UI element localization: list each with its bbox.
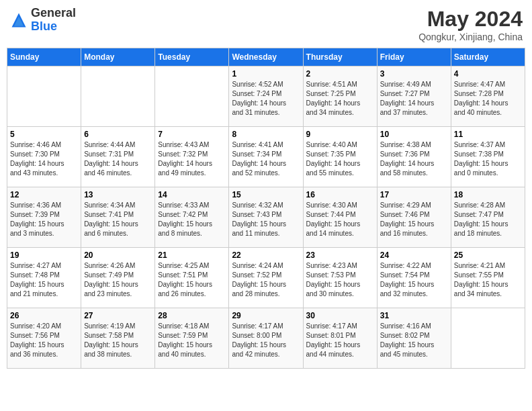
day-info: Sunrise: 4:44 AM Sunset: 7:31 PM Dayligh… [84,140,152,178]
calendar-cell: 28Sunrise: 4:18 AM Sunset: 7:59 PM Dayli… [155,308,229,369]
day-number: 12 [10,190,78,199]
calendar-cell: 6Sunrise: 4:44 AM Sunset: 7:31 PM Daylig… [81,127,155,187]
calendar-cell: 12Sunrise: 4:36 AM Sunset: 7:39 PM Dayli… [7,187,81,248]
day-number: 11 [454,130,522,139]
calendar-cell: 4Sunrise: 4:47 AM Sunset: 7:28 PM Daylig… [451,66,525,127]
day-info: Sunrise: 4:30 AM Sunset: 7:44 PM Dayligh… [306,201,374,238]
calendar-week-row: 5Sunrise: 4:46 AM Sunset: 7:30 PM Daylig… [7,127,525,187]
day-info: Sunrise: 4:52 AM Sunset: 7:24 PM Dayligh… [232,80,300,118]
calendar-week-row: 1Sunrise: 4:52 AM Sunset: 7:24 PM Daylig… [7,66,525,127]
calendar-cell: 26Sunrise: 4:20 AM Sunset: 7:56 PM Dayli… [7,308,81,369]
calendar-cell [155,66,229,127]
calendar-cell: 8Sunrise: 4:41 AM Sunset: 7:34 PM Daylig… [229,127,303,187]
calendar-week-row: 19Sunrise: 4:27 AM Sunset: 7:48 PM Dayli… [7,248,525,308]
day-info: Sunrise: 4:19 AM Sunset: 7:58 PM Dayligh… [84,322,152,359]
day-number: 15 [232,190,300,199]
weekday-header-monday: Monday [81,48,155,66]
calendar-cell: 21Sunrise: 4:25 AM Sunset: 7:51 PM Dayli… [155,248,229,308]
day-number: 10 [380,130,448,139]
day-number: 25 [454,250,522,260]
calendar-cell [7,66,81,127]
calendar-cell [451,308,525,369]
day-info: Sunrise: 4:37 AM Sunset: 7:38 PM Dayligh… [454,140,522,178]
logo-icon [9,11,28,30]
calendar-cell: 18Sunrise: 4:28 AM Sunset: 7:47 PM Dayli… [451,187,525,248]
day-number: 5 [10,130,78,139]
day-number: 9 [306,130,374,139]
calendar-cell [81,66,155,127]
calendar-week-row: 26Sunrise: 4:20 AM Sunset: 7:56 PM Dayli… [7,308,525,369]
day-info: Sunrise: 4:28 AM Sunset: 7:47 PM Dayligh… [454,201,522,238]
day-info: Sunrise: 4:51 AM Sunset: 7:25 PM Dayligh… [306,80,374,118]
month-year-title: May 2024 [418,7,523,32]
day-number: 26 [10,311,78,320]
day-info: Sunrise: 4:21 AM Sunset: 7:55 PM Dayligh… [454,261,522,299]
calendar-cell: 3Sunrise: 4:49 AM Sunset: 7:27 PM Daylig… [377,66,451,127]
day-info: Sunrise: 4:24 AM Sunset: 7:52 PM Dayligh… [232,261,300,299]
day-info: Sunrise: 4:47 AM Sunset: 7:28 PM Dayligh… [454,80,522,118]
day-number: 3 [380,69,448,79]
day-info: Sunrise: 4:25 AM Sunset: 7:51 PM Dayligh… [158,261,226,299]
weekday-header-thursday: Thursday [303,48,377,66]
weekday-header-wednesday: Wednesday [229,48,303,66]
page-header: General Blue May 2024 Qongkur, Xinjiang,… [7,7,525,42]
day-number: 16 [306,190,374,199]
day-info: Sunrise: 4:22 AM Sunset: 7:54 PM Dayligh… [380,261,448,299]
calendar-cell: 22Sunrise: 4:24 AM Sunset: 7:52 PM Dayli… [229,248,303,308]
day-number: 23 [306,250,374,260]
calendar-cell: 15Sunrise: 4:32 AM Sunset: 7:43 PM Dayli… [229,187,303,248]
day-info: Sunrise: 4:17 AM Sunset: 8:00 PM Dayligh… [232,322,300,359]
calendar-cell: 7Sunrise: 4:43 AM Sunset: 7:32 PM Daylig… [155,127,229,187]
logo-blue-text: Blue [31,19,57,33]
day-number: 27 [84,311,152,320]
day-number: 13 [84,190,152,199]
title-block: May 2024 Qongkur, Xinjiang, China [418,7,523,42]
logo-general-text: General [31,6,76,19]
weekday-header-friday: Friday [377,48,451,66]
day-number: 29 [232,311,300,320]
day-info: Sunrise: 4:18 AM Sunset: 7:59 PM Dayligh… [158,322,226,359]
calendar-week-row: 12Sunrise: 4:36 AM Sunset: 7:39 PM Dayli… [7,187,525,248]
calendar-cell: 23Sunrise: 4:23 AM Sunset: 7:53 PM Dayli… [303,248,377,308]
calendar-cell: 31Sunrise: 4:16 AM Sunset: 8:02 PM Dayli… [377,308,451,369]
day-info: Sunrise: 4:27 AM Sunset: 7:48 PM Dayligh… [10,261,78,299]
calendar-cell: 2Sunrise: 4:51 AM Sunset: 7:25 PM Daylig… [303,66,377,127]
day-info: Sunrise: 4:49 AM Sunset: 7:27 PM Dayligh… [380,80,448,118]
day-info: Sunrise: 4:43 AM Sunset: 7:32 PM Dayligh… [158,140,226,178]
day-number: 19 [10,250,78,260]
calendar-cell: 14Sunrise: 4:33 AM Sunset: 7:42 PM Dayli… [155,187,229,248]
calendar-cell: 1Sunrise: 4:52 AM Sunset: 7:24 PM Daylig… [229,66,303,127]
day-info: Sunrise: 4:36 AM Sunset: 7:39 PM Dayligh… [10,201,78,238]
day-number: 30 [306,311,374,320]
weekday-header-tuesday: Tuesday [155,48,229,66]
weekday-header-sunday: Sunday [7,48,81,66]
day-info: Sunrise: 4:38 AM Sunset: 7:36 PM Dayligh… [380,140,448,178]
calendar-cell: 10Sunrise: 4:38 AM Sunset: 7:36 PM Dayli… [377,127,451,187]
day-info: Sunrise: 4:46 AM Sunset: 7:30 PM Dayligh… [10,140,78,178]
day-number: 8 [232,130,300,139]
calendar-cell: 9Sunrise: 4:40 AM Sunset: 7:35 PM Daylig… [303,127,377,187]
day-info: Sunrise: 4:32 AM Sunset: 7:43 PM Dayligh… [232,201,300,238]
day-number: 2 [306,69,374,79]
calendar-cell: 5Sunrise: 4:46 AM Sunset: 7:30 PM Daylig… [7,127,81,187]
logo-text: General Blue [31,7,76,34]
day-number: 7 [158,130,226,139]
calendar-cell: 29Sunrise: 4:17 AM Sunset: 8:00 PM Dayli… [229,308,303,369]
calendar-cell: 20Sunrise: 4:26 AM Sunset: 7:49 PM Dayli… [81,248,155,308]
calendar-cell: 27Sunrise: 4:19 AM Sunset: 7:58 PM Dayli… [81,308,155,369]
day-info: Sunrise: 4:29 AM Sunset: 7:46 PM Dayligh… [380,201,448,238]
day-info: Sunrise: 4:40 AM Sunset: 7:35 PM Dayligh… [306,140,374,178]
calendar-cell: 30Sunrise: 4:17 AM Sunset: 8:01 PM Dayli… [303,308,377,369]
day-number: 1 [232,69,300,79]
day-info: Sunrise: 4:23 AM Sunset: 7:53 PM Dayligh… [306,261,374,299]
weekday-header-row: SundayMondayTuesdayWednesdayThursdayFrid… [7,48,525,66]
day-number: 22 [232,250,300,260]
calendar-cell: 13Sunrise: 4:34 AM Sunset: 7:41 PM Dayli… [81,187,155,248]
day-info: Sunrise: 4:26 AM Sunset: 7:49 PM Dayligh… [84,261,152,299]
calendar-cell: 17Sunrise: 4:29 AM Sunset: 7:46 PM Dayli… [377,187,451,248]
day-number: 4 [454,69,522,79]
day-number: 28 [158,311,226,320]
day-info: Sunrise: 4:33 AM Sunset: 7:42 PM Dayligh… [158,201,226,238]
day-number: 14 [158,190,226,199]
calendar-cell: 25Sunrise: 4:21 AM Sunset: 7:55 PM Dayli… [451,248,525,308]
